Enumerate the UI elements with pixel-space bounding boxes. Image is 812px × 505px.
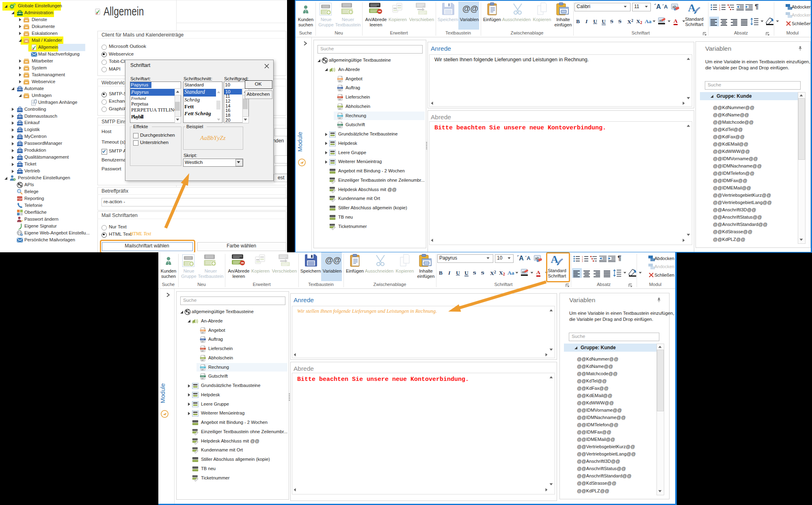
svg-text:PDF: PDF [17, 198, 23, 200]
svg-text:3: 3 [582, 260, 583, 262]
svg-text:A: A [688, 2, 696, 14]
svg-text:3: 3 [719, 9, 720, 11]
